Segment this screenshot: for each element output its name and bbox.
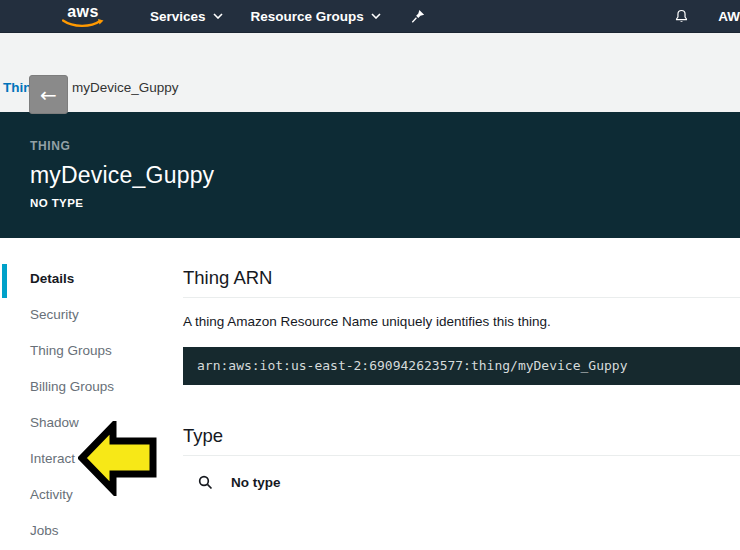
thing-arn-description: A thing Amazon Resource Name uniquely id… — [183, 313, 740, 330]
search-icon[interactable] — [198, 475, 213, 490]
type-value-label: No type — [231, 475, 281, 490]
thing-no-type-label: NO TYPE — [30, 197, 740, 209]
sidebar-item-security[interactable]: Security — [0, 307, 183, 323]
nav-services-label: Services — [150, 9, 206, 24]
breadcrumb-bar: Thin myDevice_Guppy — [0, 33, 740, 112]
nav-services-menu[interactable]: Services — [150, 9, 223, 24]
sidebar-item-activity[interactable]: Activity — [0, 487, 183, 503]
sidebar-item-interact[interactable]: Interact — [0, 451, 183, 467]
bell-icon — [673, 8, 690, 25]
account-menu[interactable]: AW — [718, 9, 740, 24]
main-panel: Thing ARN A thing Amazon Resource Name u… — [183, 238, 740, 550]
aws-logo[interactable]: aws — [62, 5, 104, 28]
back-arrow-icon: ← — [40, 85, 57, 105]
sidebar-item-jobs[interactable]: Jobs — [0, 523, 183, 539]
content-area: Details Security Thing Groups Billing Gr… — [0, 238, 740, 550]
chevron-down-icon — [371, 13, 381, 19]
sidebar-item-thing-groups[interactable]: Thing Groups — [0, 343, 183, 359]
thing-arn-value-box: arn:aws:iot:us-east-2:690942623577:thing… — [183, 347, 740, 385]
pin-icon — [411, 9, 425, 24]
nav-resource-groups-menu[interactable]: Resource Groups — [251, 9, 381, 24]
top-navigation-bar: aws Services Resource Groups AW — [0, 0, 740, 33]
back-button[interactable]: ← — [29, 75, 68, 114]
section-divider — [183, 297, 740, 298]
nav-resource-groups-label: Resource Groups — [251, 9, 364, 24]
section-divider — [183, 455, 740, 456]
thing-kicker-label: THING — [30, 139, 740, 153]
type-value-row: No type — [183, 475, 740, 490]
type-section-title: Type — [183, 425, 740, 447]
sidebar-navigation: Details Security Thing Groups Billing Gr… — [0, 238, 183, 550]
aws-logo-text: aws — [67, 5, 99, 19]
thing-arn-section-title: Thing ARN — [183, 267, 740, 289]
thing-name-title: myDevice_Guppy — [30, 162, 740, 189]
active-item-indicator — [2, 264, 7, 298]
breadcrumb-current-page: myDevice_Guppy — [72, 80, 179, 95]
sidebar-item-billing-groups[interactable]: Billing Groups — [0, 379, 183, 395]
pin-shortcut-button[interactable] — [411, 9, 425, 24]
sidebar-item-shadow[interactable]: Shadow — [0, 415, 183, 431]
thing-header: THING myDevice_Guppy NO TYPE — [0, 112, 740, 238]
aws-logo-smile-icon — [62, 19, 104, 28]
breadcrumb-things-link[interactable]: Thin — [3, 80, 32, 95]
notifications-button[interactable] — [673, 8, 690, 25]
sidebar-item-details[interactable]: Details — [0, 271, 183, 287]
chevron-down-icon — [213, 13, 223, 19]
